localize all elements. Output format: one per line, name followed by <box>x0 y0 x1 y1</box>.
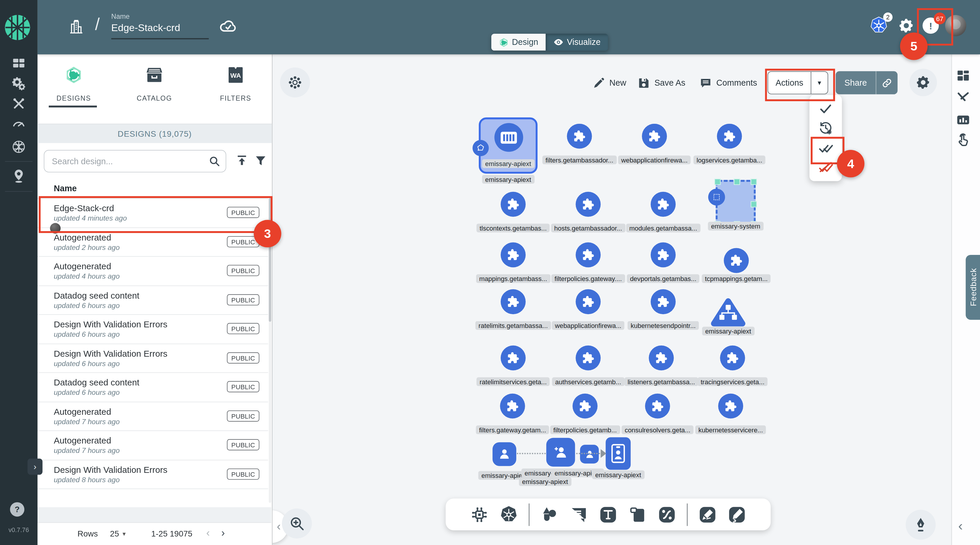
rail-collapse-button[interactable]: ‹ <box>958 518 963 534</box>
feedback-tab[interactable]: Feedback <box>966 255 980 320</box>
node-devportals.getambas[interactable] <box>651 242 676 267</box>
node-kubernetesservicere[interactable] <box>718 394 743 419</box>
design-list-item[interactable]: Datadog seed contentupdated 6 hours agoP… <box>38 373 268 402</box>
design-canvas[interactable]: ‹ New Save As Comments Actions ▾ S <box>272 54 951 545</box>
tab-catalog[interactable]: CATALOG <box>123 66 186 102</box>
search-icon[interactable] <box>208 155 221 167</box>
double-check-off-icon[interactable] <box>818 160 833 175</box>
kubernetes-context-button[interactable]: 2 <box>869 16 888 35</box>
share-button[interactable]: Share <box>835 71 897 94</box>
node-consulresolvers.geta[interactable] <box>645 394 670 419</box>
validator-icon[interactable] <box>956 89 970 105</box>
text-tool-icon[interactable] <box>599 505 617 524</box>
design-list-item[interactable]: Autogeneratedupdated 7 hours agoPUBLIC <box>38 431 268 460</box>
design-list-item[interactable]: Autogeneratedupdated 2 hours agoPUBLIC <box>38 227 268 257</box>
tab-design[interactable]: Design <box>491 34 546 51</box>
node-label: consulresolvers.geta... <box>622 425 694 434</box>
design-list-item[interactable]: Design With Validation Errorsupdated 8 h… <box>38 460 268 489</box>
design-list-item[interactable]: Design With Validation Errorsupdated 6 h… <box>38 344 268 373</box>
node-listeners.getambassa[interactable] <box>649 346 674 370</box>
performance-gauge-icon[interactable] <box>11 116 26 130</box>
design-list-item[interactable]: Datadog seed contentupdated 6 hours agoP… <box>38 286 268 315</box>
sticky-note-icon[interactable] <box>628 505 647 524</box>
node-emissary-apiext-triangle[interactable] <box>711 297 746 328</box>
design-list: Edge-Stack-crdupdated 4 minutes agoPUBLI… <box>38 198 268 489</box>
design-list-item[interactable]: Autogeneratedupdated 4 hours agoPUBLIC <box>38 257 268 286</box>
node-mappings.getambass[interactable] <box>501 242 526 267</box>
node-kubernetesendpointr[interactable] <box>651 289 676 314</box>
copy-link-icon[interactable] <box>877 77 897 88</box>
pen-arrow-icon[interactable] <box>698 505 717 524</box>
extensions-wheel-icon[interactable] <box>11 139 26 154</box>
filter-icon[interactable] <box>255 154 267 167</box>
component-icon[interactable] <box>470 505 489 524</box>
node-hosts.getambassador[interactable] <box>576 192 600 217</box>
settings-gear-icon[interactable] <box>898 17 914 34</box>
help-button[interactable]: ? <box>10 502 24 516</box>
shapes-icon[interactable] <box>540 505 559 524</box>
import-design-icon[interactable] <box>236 154 248 167</box>
list-scrollbar-thumb[interactable] <box>269 198 272 322</box>
node-emissary-apiext-selected[interactable]: emissary-apiext <box>479 118 538 174</box>
tab-visualize[interactable]: Visualize <box>546 34 608 51</box>
tab-designs[interactable]: DESIGNS <box>43 66 105 102</box>
node-logservices.getamba[interactable] <box>717 124 742 149</box>
node-filters.getambassador[interactable] <box>567 124 592 149</box>
node-ratelimitservices.geta[interactable] <box>501 346 526 370</box>
check-icon[interactable] <box>818 101 833 116</box>
kubernetes-icon[interactable] <box>500 505 518 524</box>
chevron-down-icon[interactable]: ▾ <box>123 530 126 537</box>
search-design-input[interactable] <box>51 151 209 171</box>
canvas-config-button[interactable] <box>280 67 310 97</box>
new-button[interactable]: New <box>593 71 626 94</box>
organization-icon[interactable] <box>68 19 84 35</box>
pencil-draw-icon[interactable] <box>728 505 746 524</box>
history-gear-icon[interactable] <box>818 121 833 136</box>
node-filterpolicies.gateway[interactable] <box>576 242 600 267</box>
configuration-tools-icon[interactable] <box>11 96 26 111</box>
node-serviceaccount[interactable] <box>493 442 516 466</box>
node-clusterrole[interactable] <box>546 438 575 467</box>
node-filterpolicies.getamb[interactable] <box>573 394 598 419</box>
double-check-icon[interactable] <box>818 140 833 156</box>
save-as-button[interactable]: Save As <box>638 71 685 94</box>
actions-button[interactable]: Actions ▾ <box>767 71 828 94</box>
node-tlscontexts.getambas[interactable] <box>501 192 526 217</box>
node-webapplicationfirewa[interactable] <box>642 124 667 149</box>
node-emissary-system[interactable] <box>716 180 756 226</box>
dashboard-chart-icon[interactable] <box>956 112 970 127</box>
node-filters.gateway.getam[interactable] <box>500 394 525 419</box>
lifecycle-gears-icon[interactable] <box>11 76 26 91</box>
node-rolebinding[interactable] <box>606 437 631 470</box>
sidenav-expand-button[interactable]: › <box>28 458 43 475</box>
pen-mode-button[interactable] <box>906 510 936 540</box>
node-tcpmappings.getam[interactable] <box>724 248 749 273</box>
actions-caret-icon[interactable]: ▾ <box>811 79 827 87</box>
design-name-input[interactable]: Edge-Stack-crd <box>111 22 180 34</box>
design-list-item[interactable]: Edge-Stack-crdupdated 4 minutes agoPUBLI… <box>38 199 268 227</box>
dashboard-icon[interactable] <box>11 56 26 71</box>
node-modules.getambassa[interactable] <box>651 192 676 217</box>
cloud-sync-icon[interactable] <box>219 17 237 35</box>
zoom-in-button[interactable] <box>282 508 312 538</box>
user-avatar[interactable] <box>945 15 966 36</box>
tab-filters[interactable]: WA FILTERS <box>204 66 267 102</box>
comments-button[interactable]: Comments <box>699 71 757 94</box>
node-ratelimits.getambassa[interactable] <box>501 289 526 314</box>
node-webapplicationfirewa[interactable] <box>576 289 600 314</box>
canvas-settings-button[interactable] <box>910 68 937 96</box>
kanvas-pin-icon[interactable] <box>11 168 26 184</box>
gesture-hand-icon[interactable] <box>956 133 970 148</box>
rows-per-page-select[interactable]: 25 <box>110 529 119 539</box>
node-tracingservices.geta[interactable] <box>720 346 745 370</box>
next-page-button[interactable]: › <box>221 527 225 540</box>
node-authservices.getamb[interactable] <box>576 346 600 370</box>
design-list-item[interactable]: Design With Validation Errorsupdated 6 h… <box>38 315 268 344</box>
meshery-logo[interactable] <box>4 14 32 41</box>
notifications-button[interactable]: ! 67 <box>923 17 939 34</box>
panels-grid-icon[interactable] <box>956 68 970 83</box>
comment-tool-icon[interactable] <box>570 505 588 524</box>
design-list-item[interactable]: Autogeneratedupdated 7 hours agoPUBLIC <box>38 402 268 431</box>
prev-page-button[interactable]: ‹ <box>206 527 210 540</box>
relationship-link-icon[interactable] <box>657 505 676 524</box>
